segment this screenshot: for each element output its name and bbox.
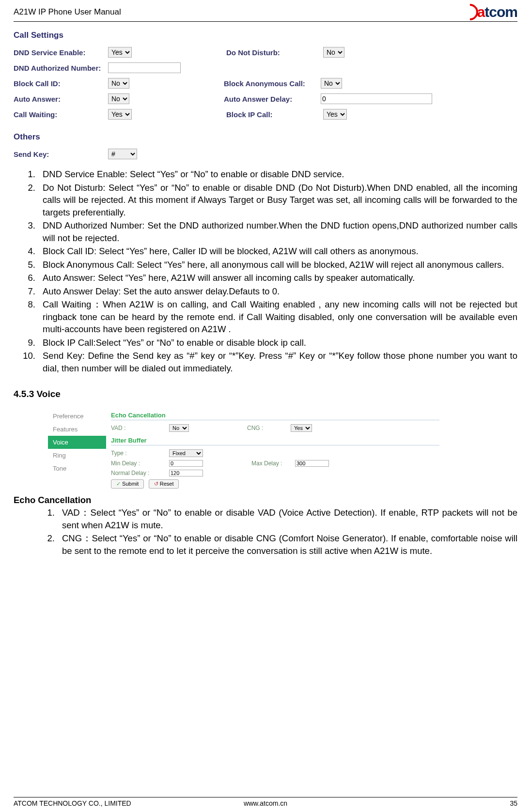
list-item: Block Call ID: Select “Yes” here, Caller… xyxy=(38,245,517,258)
block-ip-label: Block IP Call: xyxy=(226,110,323,119)
send-key-label: Send Key: xyxy=(14,150,108,158)
dnd-auth-label: DND Authorized Number: xyxy=(14,64,108,72)
call-settings-heading: Call Settings xyxy=(14,31,517,40)
list-item: Do Not Disturb: Select “Yes” or “No” to … xyxy=(38,182,517,219)
page-header: A21W IP Phone User Manual atcom xyxy=(14,0,517,22)
atcom-logo: atcom xyxy=(462,4,517,20)
sidebar-item-preference[interactable]: Preference xyxy=(48,410,106,423)
list-item: VAD：Select “Yes” or “No” to enable or di… xyxy=(57,506,517,531)
auto-answer-label: Auto Answer: xyxy=(14,95,108,103)
call-waiting-label: Call Waiting: xyxy=(14,110,108,119)
voice-settings-panel: Preference Features Voice Ring Tone Echo… xyxy=(47,409,445,492)
dnd-label: Do Not Disturb: xyxy=(226,48,323,57)
footer-page-number: 35 xyxy=(510,799,517,807)
vad-select[interactable]: No xyxy=(169,424,189,432)
dnd-service-select[interactable]: Yes xyxy=(108,47,132,58)
logo-rest: tcom xyxy=(484,4,517,20)
normal-delay-input[interactable] xyxy=(169,470,203,476)
min-delay-label: Min Delay : xyxy=(111,460,169,467)
submit-button[interactable]: Submit xyxy=(111,479,144,489)
list-item: Auto Answer Delay: Set the auto answer d… xyxy=(38,285,517,298)
echo-cancellation-heading: Echo Cancellation xyxy=(14,495,517,506)
auto-answer-delay-input[interactable] xyxy=(321,93,432,104)
dnd-select[interactable]: No xyxy=(323,47,344,58)
footer-company: ATCOM TECHNOLOGY CO., LIMITED xyxy=(14,799,131,807)
cng-select[interactable]: Yes xyxy=(291,424,312,432)
type-select[interactable]: Fixed xyxy=(169,449,203,457)
sidebar-item-ring[interactable]: Ring xyxy=(48,449,106,462)
block-anon-select[interactable]: No xyxy=(321,78,342,89)
list-item: Send Key: Define the Send key as “#” key… xyxy=(38,350,517,374)
page-footer: ATCOM TECHNOLOGY CO., LIMITED www.atcom.… xyxy=(14,797,517,807)
list-item: Block IP Call:Select “Yes” or “No” to en… xyxy=(38,337,517,349)
list-item: Auto Answer: Select “Yes” here, A21W wil… xyxy=(38,272,517,284)
voice-section-heading: 4.5.3 Voice xyxy=(14,389,517,399)
footer-url: www.atcom.cn xyxy=(244,799,287,807)
max-delay-label: Max Delay : xyxy=(251,460,295,467)
list-item: Call Waiting：When A21W is on calling, an… xyxy=(38,298,517,336)
dnd-service-label: DND Service Enable: xyxy=(14,48,108,57)
cng-label: CNG : xyxy=(247,425,291,431)
call-waiting-select[interactable]: Yes xyxy=(108,109,132,120)
reset-button[interactable]: Reset xyxy=(149,479,179,489)
list-item: CNG：Select “Yes” or “No” to enable or di… xyxy=(57,532,517,557)
list-item: DND Authorized Number: Set the DND autho… xyxy=(38,219,517,244)
auto-answer-select[interactable]: No xyxy=(108,93,129,104)
feature-description-list: DND Service Enable: Select “Yes” or “No”… xyxy=(14,168,517,374)
normal-delay-label: Normal Delay : xyxy=(111,470,169,476)
block-ip-select[interactable]: Yes xyxy=(323,109,347,120)
block-callid-label: Block Call ID: xyxy=(14,79,108,88)
echo-cancel-subheading: Echo Cancellation xyxy=(111,410,439,420)
list-item: Block Anonymous Call: Select “Yes” here,… xyxy=(38,259,517,271)
call-settings-form: Call Settings DND Service Enable: Yes Do… xyxy=(14,31,517,159)
others-heading: Others xyxy=(14,132,517,142)
sidebar-item-features[interactable]: Features xyxy=(48,423,106,436)
voice-sidebar: Preference Features Voice Ring Tone xyxy=(48,410,106,491)
max-delay-input[interactable] xyxy=(295,460,329,467)
manual-title: A21W IP Phone User Manual xyxy=(14,7,121,17)
auto-answer-delay-label: Auto Answer Delay: xyxy=(224,95,321,103)
echo-list: VAD：Select “Yes” or “No” to enable or di… xyxy=(14,506,517,557)
block-callid-select[interactable]: No xyxy=(108,78,129,89)
list-item: DND Service Enable: Select “Yes” or “No”… xyxy=(38,168,517,181)
type-label: Type : xyxy=(111,450,169,457)
sidebar-item-voice[interactable]: Voice xyxy=(48,436,106,449)
block-anon-label: Block Anonymous Call: xyxy=(224,79,321,88)
jitter-buffer-subheading: Jitter Buffer xyxy=(111,435,439,445)
sidebar-item-tone[interactable]: Tone xyxy=(48,462,106,475)
send-key-select[interactable]: # xyxy=(108,149,137,159)
min-delay-input[interactable] xyxy=(169,460,203,467)
vad-label: VAD : xyxy=(111,425,169,431)
dnd-auth-input[interactable] xyxy=(108,62,181,73)
